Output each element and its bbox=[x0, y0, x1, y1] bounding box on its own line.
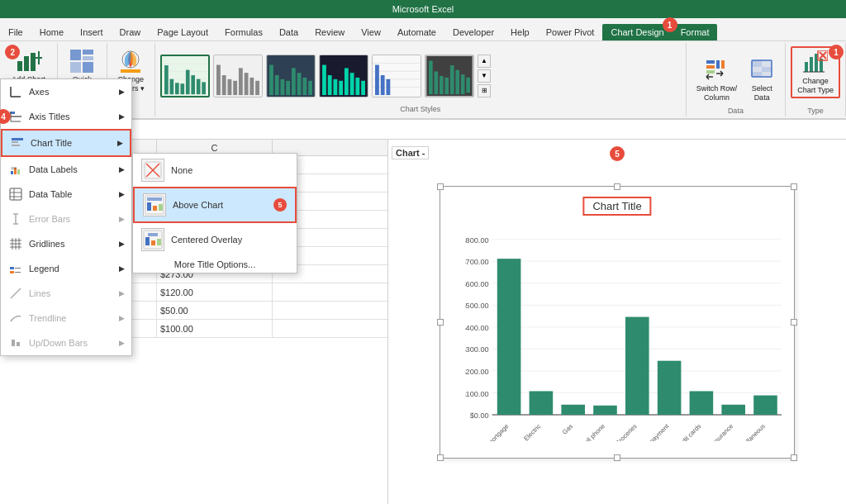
chart-styles-down-arrow[interactable]: ▼ bbox=[478, 69, 491, 83]
svg-rect-124 bbox=[17, 169, 20, 174]
tab-insert[interactable]: Insert bbox=[72, 24, 112, 40]
svg-rect-30 bbox=[245, 73, 249, 95]
formula-input[interactable] bbox=[110, 125, 843, 135]
chart-styles-arrows: ▲ ▼ ⊞ bbox=[478, 55, 491, 97]
chart-area: Chart - 5 Chart Title $800.00 $700. bbox=[388, 140, 846, 504]
svg-rect-78 bbox=[752, 72, 762, 77]
chart-style-5[interactable] bbox=[372, 55, 421, 97]
tab-home[interactable]: Home bbox=[31, 24, 72, 40]
chart-handle-bottom[interactable] bbox=[614, 454, 620, 461]
svg-rect-11 bbox=[121, 69, 140, 73]
menu-item-updown-bars[interactable]: Up/Down Bars ▶ bbox=[1, 330, 131, 355]
submenu-item-none[interactable]: None bbox=[133, 154, 297, 187]
tab-help[interactable]: Help bbox=[502, 24, 538, 40]
submenu-item-above-chart[interactable]: Above Chart 5 bbox=[133, 187, 297, 223]
svg-rect-119 bbox=[12, 138, 23, 140]
svg-rect-58 bbox=[387, 78, 391, 94]
updown-bars-label: Up/Down Bars bbox=[29, 338, 88, 348]
menu-item-trendline[interactable]: Trendline ▶ bbox=[1, 306, 131, 330]
chart-svg-container: $800.00 $700.00 $600.00 $500.00 $400.00 … bbox=[465, 226, 786, 441]
chart-box[interactable]: Chart Title $800.00 $700.00 $600.00 $500… bbox=[440, 186, 795, 459]
cell-amount: $120.00 bbox=[157, 283, 273, 301]
centered-overlay-icon bbox=[141, 228, 164, 251]
chart-handle-bottom-right[interactable] bbox=[791, 454, 797, 461]
tab-draw[interactable]: Draw bbox=[112, 24, 150, 40]
ribbon-group-type: 1 ChangeChart Type Type bbox=[786, 43, 846, 116]
tab-format[interactable]: Format bbox=[673, 24, 718, 40]
chart-style-2[interactable] bbox=[213, 55, 263, 97]
chart-handle-top[interactable] bbox=[614, 183, 620, 190]
chart-style-3[interactable] bbox=[266, 55, 316, 97]
chart-style-1[interactable] bbox=[160, 55, 210, 97]
menu-item-axes[interactable]: Axes ▶ bbox=[1, 79, 131, 104]
svg-text:$200.00: $200.00 bbox=[465, 368, 489, 376]
svg-rect-71 bbox=[716, 60, 720, 69]
svg-rect-42 bbox=[320, 55, 368, 97]
tab-formulas[interactable]: Formulas bbox=[216, 24, 271, 40]
chart-styles-up-arrow[interactable]: ▲ bbox=[478, 55, 491, 68]
select-data-button[interactable]: SelectData bbox=[744, 55, 780, 104]
switch-row-column-label: Switch Row/Column bbox=[696, 84, 738, 102]
svg-text:Rent/mortgage: Rent/mortgage bbox=[475, 422, 510, 441]
data-group-label: Data bbox=[687, 107, 786, 115]
change-chart-type-button[interactable]: 1 ChangeChart Type bbox=[791, 46, 840, 98]
axis-titles-label: Axis Titles bbox=[29, 112, 70, 121]
menu-item-legend[interactable]: Legend ▶ bbox=[1, 256, 131, 281]
menu-item-chart-title[interactable]: Chart Title ▶ bbox=[1, 129, 131, 157]
svg-rect-156 bbox=[151, 240, 155, 245]
more-title-options[interactable]: More Title Options... bbox=[133, 256, 297, 273]
switch-row-column-button[interactable]: Switch Row/Column bbox=[692, 55, 743, 104]
tab-automate[interactable]: Automate bbox=[389, 24, 444, 40]
svg-rect-153 bbox=[159, 204, 163, 211]
chart-handle-top-left[interactable] bbox=[437, 183, 444, 190]
chart-title[interactable]: Chart Title bbox=[582, 197, 651, 216]
menu-item-data-labels[interactable]: 123 Data Labels ▶ bbox=[1, 157, 131, 182]
svg-rect-6 bbox=[83, 50, 93, 55]
axes-label: Axes bbox=[29, 87, 49, 97]
tab-file[interactable]: File bbox=[0, 24, 31, 40]
chart-handle-top-right[interactable] bbox=[791, 183, 797, 190]
step-1-badge: 1 bbox=[663, 17, 677, 32]
menu-item-axis-titles[interactable]: 4 Axis Titles ▶ bbox=[1, 104, 131, 129]
above-chart-icon bbox=[143, 193, 166, 216]
svg-text:$500.00: $500.00 bbox=[465, 302, 489, 310]
submenu-item-centered-overlay[interactable]: Centered Overlay bbox=[133, 223, 297, 256]
chart-title-label: Chart Title bbox=[31, 138, 72, 148]
svg-text:$400.00: $400.00 bbox=[465, 323, 489, 331]
svg-rect-26 bbox=[222, 75, 226, 95]
svg-rect-33 bbox=[267, 55, 315, 97]
tab-view[interactable]: View bbox=[353, 24, 389, 40]
legend-icon bbox=[7, 260, 24, 277]
chart-handle-right[interactable] bbox=[791, 319, 797, 326]
svg-rect-151 bbox=[147, 202, 151, 211]
tab-developer[interactable]: Developer bbox=[444, 24, 502, 40]
svg-rect-61 bbox=[435, 71, 439, 94]
menu-item-lines[interactable]: Lines ▶ bbox=[1, 281, 131, 306]
svg-rect-7 bbox=[83, 56, 93, 60]
context-menu: Axes ▶ 4 Axis Titles ▶ Chart Title ▶ 123… bbox=[0, 78, 132, 356]
svg-rect-64 bbox=[450, 65, 454, 94]
svg-rect-16 bbox=[164, 65, 169, 94]
svg-rect-45 bbox=[334, 78, 338, 94]
svg-rect-121 bbox=[12, 145, 20, 146]
bar-car-payment bbox=[658, 360, 682, 414]
tab-data[interactable]: Data bbox=[271, 24, 307, 40]
tab-power-pivot[interactable]: Power Pivot bbox=[538, 24, 603, 40]
select-data-icon bbox=[749, 57, 775, 83]
menu-item-gridlines[interactable]: Gridlines ▶ bbox=[1, 231, 131, 256]
menu-item-data-table[interactable]: Data Table ▶ bbox=[1, 182, 131, 207]
menu-item-error-bars[interactable]: Error Bars ▶ bbox=[1, 207, 131, 231]
chart-handle-bottom-left[interactable] bbox=[437, 454, 444, 461]
svg-rect-158 bbox=[148, 233, 158, 236]
svg-rect-50 bbox=[361, 80, 365, 94]
tab-page-layout[interactable]: Page Layout bbox=[149, 24, 216, 40]
tab-chart-design[interactable]: Chart Design 1 bbox=[602, 24, 672, 40]
svg-text:Gas: Gas bbox=[561, 422, 574, 435]
svg-rect-77 bbox=[762, 67, 772, 72]
chart-style-4[interactable] bbox=[319, 55, 368, 97]
chart-styles-expand-arrow[interactable]: ⊞ bbox=[478, 84, 491, 97]
svg-text:$0.00: $0.00 bbox=[470, 411, 489, 420]
tab-review[interactable]: Review bbox=[307, 24, 353, 40]
chart-handle-left[interactable] bbox=[437, 319, 444, 326]
chart-style-6[interactable] bbox=[425, 55, 474, 97]
